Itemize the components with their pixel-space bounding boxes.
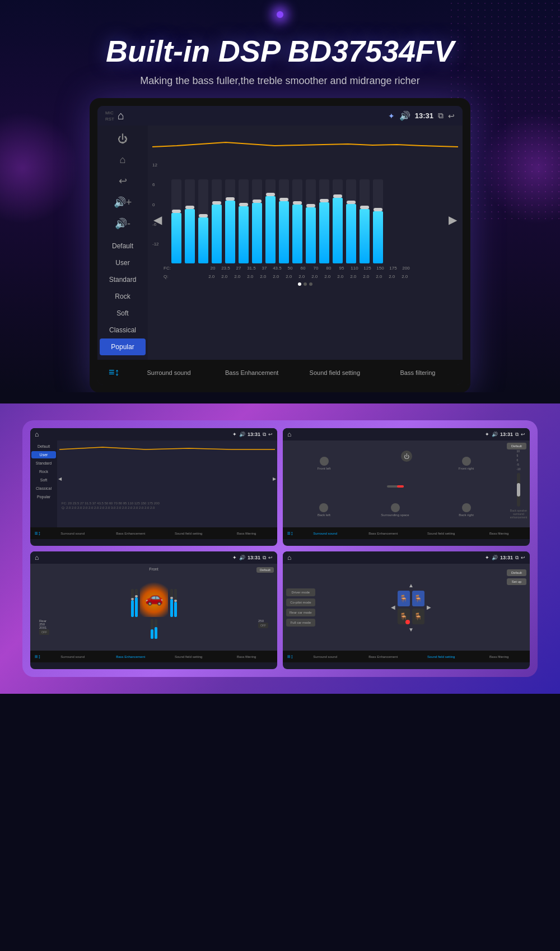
- mini-topbar-2: ⌂ ✦ 🔊 13:31 ⧉ ↩: [283, 428, 530, 440]
- mini-tab-sf-4[interactable]: Sound field setting: [413, 653, 470, 661]
- tab-bass-filtering[interactable]: Bass filtering: [377, 364, 458, 382]
- seat-fr[interactable]: 🪑: [412, 591, 424, 606]
- front-label: Front: [34, 567, 274, 571]
- volume-icon[interactable]: 🔊: [399, 110, 410, 121]
- nav-back-icon[interactable]: ↩: [115, 171, 130, 191]
- q-7: 2.0: [284, 274, 294, 279]
- mini-preset-rock-1[interactable]: Rock: [31, 468, 56, 475]
- fr-slider-2[interactable]: [174, 589, 177, 617]
- fr-slider-1[interactable]: [170, 589, 173, 617]
- mini-tab-sf-1[interactable]: Sound field setting: [160, 530, 217, 537]
- freq-50: 50: [285, 266, 295, 271]
- freq-110: 110: [349, 266, 360, 271]
- q-5: 2.0: [258, 274, 268, 279]
- left-arrow[interactable]: ◀: [391, 604, 395, 610]
- preset-standard[interactable]: Standard: [97, 271, 148, 288]
- window-icon[interactable]: ⧉: [438, 111, 444, 120]
- tab-bass-enhancement[interactable]: Bass Enhancement: [212, 364, 292, 382]
- back-right-dot[interactable]: [462, 503, 471, 512]
- mini-home-1[interactable]: ⌂: [35, 430, 39, 438]
- mini-home-3[interactable]: ⌂: [35, 554, 39, 562]
- fl-slider-2[interactable]: [135, 589, 138, 617]
- mini-preset-soft-1[interactable]: Soft: [31, 476, 56, 484]
- home-icon[interactable]: ⌂: [118, 109, 124, 122]
- copilot-mode-btn[interactable]: Co-pilot mode: [286, 599, 315, 606]
- rear-slider-1[interactable]: [151, 619, 153, 639]
- mini-preset-popular-1[interactable]: Popular: [31, 493, 56, 500]
- preset-classical[interactable]: Classical: [97, 322, 148, 338]
- power-icon[interactable]: ⏻: [114, 130, 131, 149]
- mini-tab-bf-3[interactable]: Bass filtering: [218, 653, 275, 661]
- mini-preset-default-1[interactable]: Default: [31, 443, 56, 450]
- surrounding-dot[interactable]: [391, 503, 400, 512]
- mini-tab-sf-2[interactable]: Sound field setting: [413, 530, 470, 537]
- preset-default[interactable]: Default: [97, 238, 148, 254]
- eq-tab-icon[interactable]: ≡↕: [102, 362, 127, 383]
- mini-tab-bass-4[interactable]: Bass Enhancement: [354, 653, 412, 661]
- driver-mode-btn[interactable]: Driver mode: [286, 588, 315, 596]
- bass-default-btn[interactable]: Default: [256, 567, 274, 573]
- preset-menu: Default User Standard Rock Soft Classica…: [97, 238, 148, 355]
- car-visualization: 🚗: [140, 578, 168, 617]
- mini-preset-user-1[interactable]: User: [31, 451, 56, 458]
- surround-v-slider[interactable]: [517, 473, 520, 507]
- rear-right-off[interactable]: OFF: [258, 623, 268, 628]
- preset-popular[interactable]: Popular: [100, 338, 146, 355]
- mini-tab-surround-4[interactable]: Surround sound: [297, 653, 354, 661]
- mini-tab-bass-3[interactable]: Bass Enhancement: [102, 653, 159, 661]
- preset-soft[interactable]: Soft: [97, 305, 148, 322]
- right-arrow[interactable]: ▶: [427, 604, 431, 610]
- front-right-dot[interactable]: [462, 457, 471, 466]
- front-left-sliders: [131, 589, 138, 617]
- eq-next-arrow[interactable]: ▶: [449, 213, 457, 226]
- surround-power-btn[interactable]: ⏻: [401, 451, 412, 462]
- preset-user[interactable]: User: [97, 254, 148, 271]
- back-left-dot[interactable]: [319, 503, 328, 512]
- mini-tab-bass-1[interactable]: Bass Enhancement: [102, 530, 159, 537]
- mini-tab-bf-1[interactable]: Bass filtering: [218, 530, 275, 537]
- mini-eq-icon-1[interactable]: ≡↕: [32, 529, 43, 537]
- freq-95: 95: [337, 266, 347, 271]
- mini-tab-surround-2[interactable]: Surround sound: [297, 530, 354, 537]
- mini-tab-bass-2[interactable]: Bass Enhancement: [354, 530, 412, 537]
- seat-rl[interactable]: 🪑: [398, 609, 410, 624]
- down-arrow[interactable]: ▼: [408, 627, 414, 633]
- back-icon[interactable]: ↩: [448, 112, 455, 120]
- mini-eq-icon-2[interactable]: ≡↕: [285, 529, 296, 537]
- sf-default-btn[interactable]: Default: [507, 569, 526, 576]
- mini-left-arrow[interactable]: ◀: [58, 476, 62, 481]
- freq-200: 200: [401, 266, 411, 271]
- eq-curve: [152, 130, 458, 158]
- vol-up-icon[interactable]: 🔊+: [110, 193, 136, 212]
- fl-slider-1[interactable]: [131, 589, 134, 617]
- mini-home-4[interactable]: ⌂: [287, 554, 291, 562]
- tab-sound-field[interactable]: Sound field setting: [295, 364, 375, 382]
- mini-right-arrow[interactable]: ▶: [273, 476, 276, 481]
- mini-preset-standard-1[interactable]: Standard: [31, 460, 56, 467]
- front-left-dot[interactable]: [320, 457, 329, 466]
- mini-tab-bf-4[interactable]: Bass filtering: [470, 653, 528, 661]
- mini-eq-icon-4[interactable]: ≡↕: [285, 652, 296, 661]
- eq-area: 12 6 0 -6 -12 ◀: [148, 126, 463, 360]
- mini-home-2[interactable]: ⌂: [287, 430, 291, 438]
- full-mode-btn[interactable]: Full car mode: [286, 619, 315, 627]
- preset-rock[interactable]: Rock: [97, 288, 148, 305]
- sf-setup-btn[interactable]: Set up: [507, 578, 526, 585]
- rear-slider-2[interactable]: [155, 619, 157, 639]
- rear-off-btn[interactable]: OFF: [39, 629, 49, 635]
- tab-surround-sound[interactable]: Surround sound: [129, 364, 209, 382]
- mini-tab-sf-3[interactable]: Sound field setting: [160, 653, 217, 661]
- mini-tab-bf-2[interactable]: Bass filtering: [470, 530, 528, 537]
- mini-eq-icon-3[interactable]: ≡↕: [32, 652, 43, 661]
- mini-tab-surround-1[interactable]: Surround sound: [44, 530, 101, 537]
- mini-tab-surround-3[interactable]: Surround sound: [44, 653, 101, 661]
- vol-down-icon[interactable]: 🔊-: [111, 214, 134, 233]
- nav-home-icon[interactable]: ⌂: [116, 151, 129, 169]
- surround-default-btn[interactable]: Default: [507, 443, 526, 449]
- seat-fl[interactable]: 🪑: [398, 591, 410, 606]
- up-arrow[interactable]: ▲: [408, 582, 414, 588]
- seat-rr[interactable]: 🪑: [412, 609, 424, 624]
- rear-mode-btn[interactable]: Rear car mode: [286, 609, 315, 616]
- freq-125: 125: [362, 266, 372, 271]
- mini-preset-classical-1[interactable]: Classical: [31, 485, 56, 492]
